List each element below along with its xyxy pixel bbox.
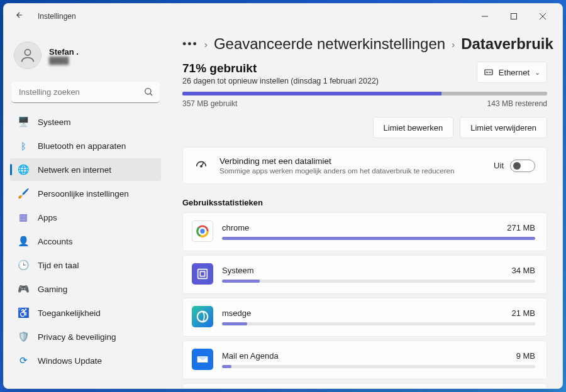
svg-point-4 [25,50,30,55]
usage-used-label: 357 MB gebruikt [182,99,237,108]
nav-icon: 🎮 [18,283,29,295]
sidebar-item-label: Windows Update [38,356,102,366]
svg-point-9 [201,166,202,167]
app-icon [192,220,213,242]
nav-icon: 🕒 [18,259,29,271]
stat-row[interactable]: chrome 271 MB [182,212,547,251]
settings-window: Instellingen Stefan . ████ [3,3,563,389]
sidebar-item-gaming[interactable]: 🎮 Gaming [10,278,161,300]
remove-limit-button[interactable]: Limiet verwijderen [460,117,547,138]
sidebar-item-label: Systeem [38,117,71,127]
stat-usage-value: 21 MB [511,308,535,318]
sidebar: Stefan . ████ 🖥️ Systeemᛒ Bluetooth en a… [4,29,167,388]
sidebar-item-windows-update[interactable]: ⟳ Windows Update [10,349,161,372]
close-button[interactable] [528,4,557,29]
profile-email: ████ [49,57,79,64]
sidebar-item-privacy-beveiliging[interactable]: 🛡️ Privacy & beveiliging [10,325,161,348]
stat-row[interactable]: msedge 21 MB [182,298,547,337]
ethernet-icon [484,67,494,77]
usage-subtitle: 26 dagen tot opnieuw instellen (dinsdag … [182,77,379,85]
nav-icon: 👤 [18,236,29,247]
stat-row[interactable]: Systeem 34 MB [182,255,547,294]
app-icon [192,263,213,285]
sidebar-item-label: Accounts [38,237,73,246]
main-content: ••• › Geavanceerde netwerkinstellingen ›… [167,29,562,388]
search-icon [143,87,153,99]
avatar-icon [14,41,42,69]
stat-usage-value: 34 MB [511,266,535,275]
sidebar-item-label: Privacy & beveiliging [38,332,116,342]
stat-app-name: chrome [222,223,249,232]
stat-bar [222,237,535,240]
stat-bar [222,365,535,368]
sidebar-item-label: Gaming [38,285,67,294]
nav-icon: 🌐 [18,164,29,175]
breadcrumb-parent[interactable]: Geavanceerde netwerkinstellingen [214,35,445,53]
sidebar-item-bluetooth-en-apparaten[interactable]: ᛒ Bluetooth en apparaten [10,134,161,157]
stat-row[interactable]: Microsoft Teams 7 MB [182,383,547,388]
sidebar-item-toegankelijkheid[interactable]: ♿ Toegankelijkheid [10,302,161,324]
nav-icon: ▦ [18,212,29,223]
profile-name: Stefan . [49,47,79,57]
usage-progress: 357 MB gebruikt 143 MB resterend [182,92,547,108]
metered-toggle[interactable] [510,160,535,172]
sidebar-item-label: Netwerk en internet [38,165,111,175]
svg-point-16 [197,312,208,322]
svg-rect-7 [485,70,492,75]
breadcrumb-current: Dataverbruik [461,35,553,53]
sidebar-item-systeem[interactable]: 🖥️ Systeem [10,111,161,133]
metered-toggle-label: Uit [494,161,504,170]
chevron-right-icon: › [204,39,208,50]
nav-icon: ᛒ [18,140,29,151]
usage-remaining-label: 143 MB resterend [487,99,547,108]
metered-connection-card: Verbinding met een datalimiet Sommige ap… [182,147,547,184]
stats-heading: Gebruiksstatistieken [182,198,547,207]
stat-app-name: Systeem [222,266,254,275]
titlebar: Instellingen [4,4,562,29]
app-icon [192,306,213,327]
stats-list: chrome 271 MB Systeem 34 MB msedge 21 MB… [182,212,547,388]
sidebar-item-label: Apps [38,213,57,222]
svg-rect-15 [200,271,204,276]
sidebar-item-accounts[interactable]: 👤 Accounts [10,230,161,253]
profile[interactable]: Stefan . ████ [10,35,161,79]
minimize-button[interactable] [470,4,499,29]
app-title: Instellingen [38,12,76,21]
sidebar-item-netwerk-en-internet[interactable]: 🌐 Netwerk en internet [10,158,161,181]
svg-rect-1 [511,14,517,19]
sidebar-item-label: Toegankelijkheid [38,308,101,318]
metered-title: Verbinding met een datalimiet [219,156,484,166]
stat-usage-value: 271 MB [507,223,535,232]
chevron-down-icon: ⌄ [535,68,540,77]
search-input[interactable] [11,82,160,103]
gauge-icon [194,157,209,174]
stat-usage-value: 9 MB [516,351,535,361]
search-box [11,82,160,103]
edit-limit-button[interactable]: Limiet bewerken [373,117,454,138]
breadcrumb: ••• › Geavanceerde netwerkinstellingen ›… [182,35,547,53]
nav-icon: ⟳ [18,355,29,366]
svg-rect-14 [198,270,208,279]
sidebar-item-tijd-en-taal[interactable]: 🕒 Tijd en taal [10,254,161,276]
stat-bar [222,280,535,283]
nav: 🖥️ Systeemᛒ Bluetooth en apparaten🌐 Netw… [10,111,161,372]
svg-point-5 [145,89,151,94]
sidebar-item-label: Persoonlijke instellingen [38,189,129,199]
sidebar-item-persoonlijke-instellingen[interactable]: 🖌️ Persoonlijke instellingen [10,182,161,205]
stat-bar [222,322,535,325]
network-dropdown[interactable]: Ethernet ⌄ [477,62,547,83]
nav-icon: 🖥️ [18,116,29,128]
back-button[interactable] [15,11,26,22]
nav-icon: ♿ [18,307,29,318]
breadcrumb-overflow[interactable]: ••• [182,38,198,51]
nav-icon: 🖌️ [18,188,29,199]
stat-app-name: msedge [222,308,251,318]
svg-point-13 [200,229,204,233]
nav-icon: 🛡️ [18,331,29,342]
network-dropdown-label: Ethernet [499,68,530,77]
app-icon [192,349,213,370]
maximize-button[interactable] [499,4,528,29]
sidebar-item-apps[interactable]: ▦ Apps [10,206,161,229]
stat-app-name: Mail en Agenda [222,351,279,361]
stat-row[interactable]: Mail en Agenda 9 MB [182,340,547,379]
